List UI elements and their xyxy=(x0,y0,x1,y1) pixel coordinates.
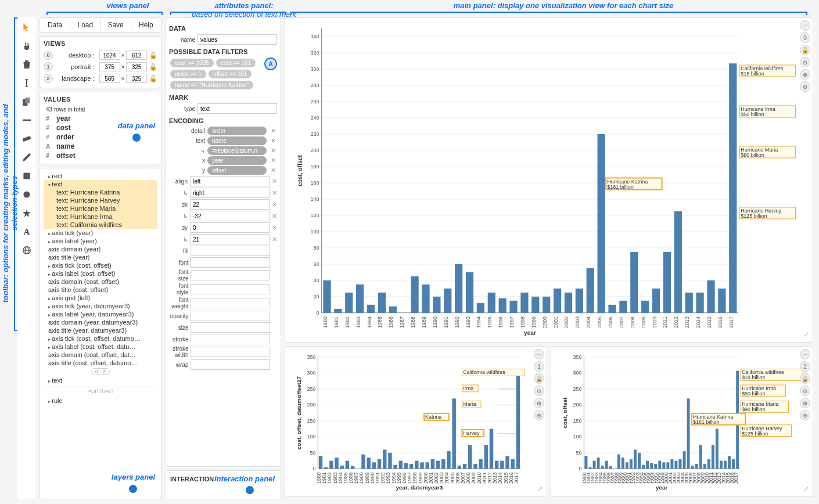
layer-item[interactable]: axis domain (year, datumyear3) xyxy=(44,318,157,326)
clear-icon[interactable]: ✕ xyxy=(272,224,277,232)
chart-zoom-out-icon[interactable]: ⊖ xyxy=(800,410,810,420)
cursor-icon[interactable] xyxy=(21,22,32,33)
encoding-input[interactable] xyxy=(190,188,270,198)
layer-item[interactable]: axis grid (left) xyxy=(44,294,157,302)
view-width-input[interactable] xyxy=(99,51,120,60)
encoding-input[interactable] xyxy=(190,211,270,221)
chart-expand-icon[interactable]: ⤢ xyxy=(803,485,809,493)
chart-lock-icon[interactable]: 🔓 xyxy=(800,45,810,55)
layer-item[interactable]: axis label (year, datumyear3) xyxy=(44,310,157,318)
layer-item[interactable]: axis tick (year) xyxy=(44,229,157,237)
unlock-icon[interactable]: 🔓 xyxy=(149,63,157,71)
chart-zoom-in-icon[interactable]: ⊕ xyxy=(800,398,810,408)
chart-more-icon[interactable]: ⋯ xyxy=(800,20,810,31)
view-row-desktop[interactable]: 0 desktop : × 🔓 xyxy=(44,49,157,61)
layer-item[interactable]: text xyxy=(44,376,157,384)
clear-icon[interactable]: ✕ xyxy=(269,147,277,154)
star-icon[interactable] xyxy=(21,208,32,218)
layer-item[interactable]: axis domain (cost, offset) xyxy=(44,278,157,286)
unlock-icon[interactable]: 🔓 xyxy=(149,75,157,82)
clear-icon[interactable]: ✕ xyxy=(272,236,277,243)
filter-chip[interactable]: cost >= 161 xyxy=(216,59,256,67)
clear-icon[interactable]: ✕ xyxy=(269,127,277,135)
layer-item[interactable]: axis tick (year, datumyear3) xyxy=(44,302,157,310)
globe-icon[interactable] xyxy=(21,245,32,255)
chart-lock-icon[interactable]: 🔓 xyxy=(534,373,544,384)
filter-chip[interactable]: year >= 2005 xyxy=(170,59,214,67)
line-icon[interactable] xyxy=(21,115,32,125)
layer-item[interactable]: rect xyxy=(44,172,157,180)
copy-icon[interactable] xyxy=(21,96,32,107)
layer-item[interactable]: axis title (cost, offset) xyxy=(44,286,157,294)
encoding-input[interactable] xyxy=(191,322,270,333)
field-offset[interactable]: # offset xyxy=(44,151,157,160)
layer-item[interactable]: axis domain (year) xyxy=(44,245,157,253)
encoding-input[interactable] xyxy=(191,347,270,357)
filter-chip[interactable]: order >= 1 xyxy=(170,70,206,78)
encoding-input[interactable] xyxy=(191,257,270,268)
chart-s2-svg[interactable]: 0501001502002503003501980198119821983198… xyxy=(556,351,808,492)
chart-zoom-reset-icon[interactable]: ⊙ xyxy=(800,57,810,67)
menu-load[interactable]: Load xyxy=(70,18,100,32)
encoding-input[interactable] xyxy=(191,359,270,370)
filter-accept-icon[interactable]: A xyxy=(264,57,277,70)
chart-zoom-reset-icon[interactable]: ⊙ xyxy=(800,386,810,396)
circle-icon[interactable] xyxy=(21,189,32,200)
clear-icon[interactable]: ✕ xyxy=(272,178,277,185)
layer-item[interactable]: axis tick (cost, offset) xyxy=(44,261,157,269)
clear-icon[interactable]: ✕ xyxy=(269,137,277,145)
chart-zoom-out-icon[interactable]: ⊖ xyxy=(534,410,544,420)
filter-chip[interactable]: name == "Hurricane Katrina" xyxy=(170,81,253,89)
encoding-input[interactable] xyxy=(190,222,270,233)
view-height-input[interactable] xyxy=(126,62,147,71)
encoding-pill[interactable]: name xyxy=(207,136,267,145)
chart-lock-icon[interactable]: 🔓 xyxy=(800,373,810,384)
encoding-input[interactable] xyxy=(191,311,270,321)
encoding-input[interactable] xyxy=(191,298,270,308)
chart-zoom-in-icon[interactable]: ⊕ xyxy=(800,69,810,80)
chart-expand-icon[interactable]: ⤢ xyxy=(803,330,809,339)
layer-item[interactable]: text: Hurricane Irma xyxy=(44,213,157,221)
trash-icon[interactable] xyxy=(21,59,32,70)
view-width-input[interactable] xyxy=(99,62,120,71)
layer-item[interactable]: axis title (year) xyxy=(44,253,157,261)
encoding-input[interactable] xyxy=(191,334,270,344)
encoding-input[interactable] xyxy=(190,176,270,186)
layer-item[interactable]: axis label (year) xyxy=(44,237,157,245)
view-row-landscape[interactable]: 2 landscape : × 🔓 xyxy=(44,73,157,84)
layer-item[interactable]: text: California wildfires xyxy=(44,221,157,229)
layer-item[interactable]: text xyxy=(44,180,157,188)
chart-more-icon[interactable]: ⋯ xyxy=(800,349,810,359)
chart-zoom-reset-icon[interactable]: ⊙ xyxy=(534,386,544,396)
encoding-pill[interactable]: year xyxy=(207,156,267,165)
menu-data[interactable]: Data xyxy=(40,18,70,32)
chart-badge-2[interactable]: 2 xyxy=(800,361,810,372)
clear-icon[interactable]: ✕ xyxy=(269,167,277,174)
encoding-input[interactable] xyxy=(191,270,270,280)
encoding-pill[interactable]: order xyxy=(207,127,267,135)
layer-item[interactable]: axis title (cost, offset, datumo… xyxy=(44,359,157,367)
chart-s1-svg[interactable]: 0501001502002503003501980198119821983198… xyxy=(290,351,542,492)
encoding-pill[interactable]: offset xyxy=(207,166,267,175)
pencil-icon[interactable] xyxy=(21,152,32,163)
chart-badge-1[interactable]: 1 xyxy=(534,361,544,372)
view-height-input[interactable] xyxy=(126,74,147,83)
layer-item[interactable]: axis label (cost, offset) xyxy=(44,269,157,278)
square-icon[interactable] xyxy=(21,171,32,181)
attr-type-input[interactable] xyxy=(197,103,277,114)
layer-item[interactable]: rule xyxy=(44,397,157,405)
encoding-pill[interactable]: =replace(datum.n xyxy=(207,146,267,155)
layer-item[interactable]: text: Hurricane Maria xyxy=(44,204,157,213)
ruler-icon[interactable] xyxy=(21,134,32,144)
view-height-input[interactable] xyxy=(126,51,147,60)
encoding-input[interactable] xyxy=(190,199,270,210)
layer-item[interactable]: axis domain (cost, offset, dat… xyxy=(44,351,157,359)
encoding-input[interactable] xyxy=(191,246,270,256)
encoding-input[interactable] xyxy=(190,234,270,244)
filter-chip[interactable]: offset >= 161 xyxy=(209,70,252,78)
chart-zoom-out-icon[interactable]: ⊖ xyxy=(800,81,810,92)
layer-item[interactable]: axis title (year, datumyear3) xyxy=(44,326,157,334)
clear-icon[interactable]: ✕ xyxy=(269,157,277,164)
chart-badge-0[interactable]: 0 xyxy=(800,33,810,43)
chart-expand-icon[interactable]: ⤢ xyxy=(537,485,543,493)
